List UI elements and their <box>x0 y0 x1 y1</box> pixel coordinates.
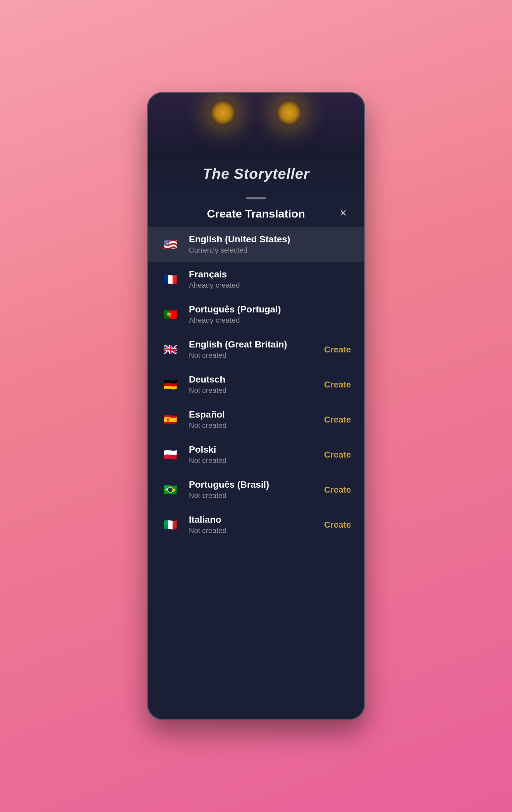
lang-info-en-us: English (United States)Currently selecte… <box>189 234 351 255</box>
language-item-pt-br[interactable]: 🇧🇷Português (Brasil)Not createdCreate <box>148 472 364 507</box>
lang-info-it: ItalianoNot created <box>189 515 324 535</box>
flag-it: 🇮🇹 <box>161 516 179 534</box>
lang-status-en-us: Currently selected <box>189 246 351 255</box>
create-button-it[interactable]: Create <box>324 517 351 533</box>
lang-name-fr: Français <box>189 269 351 280</box>
lang-info-pt-br: Português (Brasil)Not created <box>189 480 324 500</box>
language-item-pl[interactable]: 🇵🇱PolskiNot createdCreate <box>148 437 364 472</box>
lang-status-en-gb: Not created <box>189 351 324 360</box>
modal-header: Create Translation ✕ <box>148 199 364 227</box>
create-button-pt-br[interactable]: Create <box>324 482 351 498</box>
create-button-en-gb[interactable]: Create <box>324 342 351 357</box>
lang-name-de: Deutsch <box>189 374 324 385</box>
flag-de: 🇩🇪 <box>161 375 179 394</box>
hero-title: The Storyteller <box>202 166 309 182</box>
flag-pt-pt: 🇵🇹 <box>161 305 179 324</box>
flag-pt-br: 🇧🇷 <box>161 481 179 499</box>
lang-info-de: DeutschNot created <box>189 374 324 395</box>
lang-name-it: Italiano <box>189 515 324 525</box>
language-item-pt-pt[interactable]: 🇵🇹Português (Portugal)Already created <box>148 297 364 332</box>
lang-info-pt-pt: Português (Portugal)Already created <box>189 304 351 325</box>
flag-en-gb: 🇬🇧 <box>161 340 179 359</box>
lang-status-it: Not created <box>189 526 324 535</box>
language-list: 🇺🇸English (United States)Currently selec… <box>148 227 364 719</box>
lang-status-fr: Already created <box>189 281 351 290</box>
flag-pl: 🇵🇱 <box>161 445 179 464</box>
language-item-en-us[interactable]: 🇺🇸English (United States)Currently selec… <box>148 227 364 262</box>
flag-en-us: 🇺🇸 <box>161 235 179 254</box>
hero-light-left <box>210 99 236 126</box>
lang-status-de: Not created <box>189 386 324 395</box>
language-item-it[interactable]: 🇮🇹ItalianoNot createdCreate <box>148 507 364 542</box>
create-button-de[interactable]: Create <box>324 377 351 393</box>
lang-status-es: Not created <box>189 421 324 430</box>
hero-lights <box>210 99 302 126</box>
flag-es: 🇪🇸 <box>161 410 179 429</box>
lang-name-pl: Polski <box>189 444 324 455</box>
lang-info-pl: PolskiNot created <box>189 444 324 465</box>
phone-modal: The Storyteller Create Translation ✕ 🇺🇸E… <box>147 92 365 720</box>
lang-name-es: Español <box>189 409 324 420</box>
lang-name-pt-pt: Português (Portugal) <box>189 304 351 315</box>
hero-image: The Storyteller <box>148 93 364 192</box>
create-button-pl[interactable]: Create <box>324 447 351 463</box>
lang-name-en-gb: English (Great Britain) <box>189 339 324 350</box>
lang-status-pl: Not created <box>189 456 324 465</box>
hero-light-right <box>276 99 302 126</box>
close-button[interactable]: ✕ <box>335 205 351 221</box>
language-item-de[interactable]: 🇩🇪DeutschNot createdCreate <box>148 367 364 402</box>
language-item-fr[interactable]: 🇫🇷FrançaisAlready created <box>148 262 364 297</box>
modal-title: Create Translation <box>207 207 305 220</box>
language-item-en-gb[interactable]: 🇬🇧English (Great Britain)Not createdCrea… <box>148 332 364 367</box>
lang-info-fr: FrançaisAlready created <box>189 269 351 290</box>
lang-name-pt-br: Português (Brasil) <box>189 480 324 490</box>
language-item-es[interactable]: 🇪🇸EspañolNot createdCreate <box>148 402 364 437</box>
lang-info-en-gb: English (Great Britain)Not created <box>189 339 324 360</box>
lang-status-pt-br: Not created <box>189 491 324 500</box>
lang-status-pt-pt: Already created <box>189 316 351 325</box>
create-button-es[interactable]: Create <box>324 412 351 428</box>
flag-fr: 🇫🇷 <box>161 270 179 289</box>
lang-info-es: EspañolNot created <box>189 409 324 430</box>
lang-name-en-us: English (United States) <box>189 234 351 245</box>
